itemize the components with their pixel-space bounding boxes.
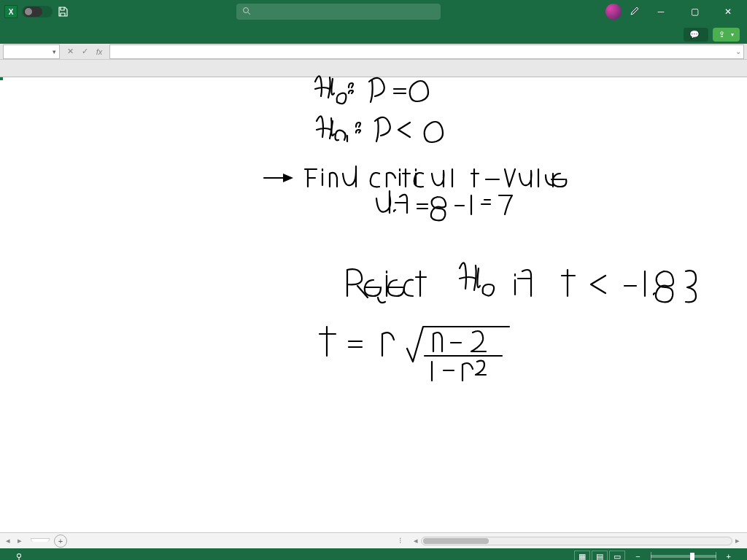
tab-pdfelement[interactable] <box>200 36 214 44</box>
save-icon[interactable] <box>57 6 69 18</box>
avatar-icon <box>605 4 622 20</box>
person-icon: ⚲ <box>16 552 22 561</box>
horizontal-scrollbar[interactable]: ◂ ▸ <box>411 536 743 545</box>
scroll-right-icon[interactable]: ▸ <box>732 536 743 545</box>
tab-draw[interactable] <box>60 36 74 44</box>
fx-icon[interactable]: fx <box>93 47 105 56</box>
add-sheet-button[interactable]: + <box>54 534 67 548</box>
svg-line-1 <box>248 12 250 15</box>
tab-file[interactable] <box>7 36 22 44</box>
name-box[interactable]: ▾ <box>3 44 60 59</box>
autosave-toggle[interactable] <box>22 6 53 18</box>
comment-icon: 💬 <box>689 30 700 39</box>
search-box[interactable] <box>236 4 441 20</box>
split-handle-icon[interactable]: ⁝ <box>399 536 402 545</box>
close-button[interactable]: ✕ <box>715 2 741 21</box>
minimize-button[interactable]: ─ <box>648 2 674 21</box>
zoom-out-button[interactable]: − <box>635 552 640 560</box>
chevron-down-icon[interactable]: ▾ <box>53 48 56 55</box>
tab-data[interactable] <box>112 36 127 44</box>
formula-input[interactable]: ⌄ <box>109 44 744 59</box>
view-normal-icon[interactable]: ▦ <box>574 551 590 560</box>
sheet-tab-bar: ◂ ▸ + ⁝ ◂ ▸ <box>0 532 747 548</box>
sheet-nav-next-icon[interactable]: ▸ <box>15 536 25 545</box>
svg-point-0 <box>244 7 249 12</box>
excel-logo-icon: X <box>4 5 18 18</box>
share-button[interactable]: ⇪ ▾ <box>713 28 740 42</box>
accessibility-status[interactable]: ⚲ <box>16 552 22 561</box>
expand-formula-bar-icon[interactable]: ⌄ <box>733 47 743 55</box>
formula-bar: ▾ ✕ ✓ fx ⌄ <box>0 44 747 60</box>
view-page-break-icon[interactable]: ▭ <box>609 551 625 560</box>
user-account[interactable] <box>601 4 622 20</box>
tab-home[interactable] <box>25 36 39 44</box>
cancel-formula-icon[interactable]: ✕ <box>64 47 76 56</box>
maximize-button[interactable]: ▢ <box>681 2 708 21</box>
view-page-layout-icon[interactable]: ▤ <box>592 551 608 560</box>
scroll-left-icon[interactable]: ◂ <box>411 536 421 545</box>
active-cell-indicator <box>0 77 3 80</box>
comments-button[interactable]: 💬 <box>684 28 708 42</box>
ink-overlay <box>0 60 729 515</box>
share-icon: ⇪ <box>719 30 725 39</box>
status-bar: ⚲ ▦ ▤ ▭ − + <box>0 548 747 560</box>
tab-help[interactable] <box>182 36 197 44</box>
tab-view[interactable] <box>147 36 162 44</box>
tab-page-layout[interactable] <box>77 36 92 44</box>
title-bar: X ─ ▢ ✕ <box>0 0 747 23</box>
tab-formulas[interactable] <box>95 36 109 44</box>
pen-icon[interactable] <box>629 5 640 19</box>
sheet-tab[interactable] <box>31 538 50 542</box>
tab-insert[interactable] <box>42 36 57 44</box>
sheet-nav-prev-icon[interactable]: ◂ <box>3 536 13 545</box>
ribbon-tabs: 💬 ⇪ ▾ <box>0 23 747 44</box>
spreadsheet-grid[interactable] <box>0 60 747 532</box>
accept-formula-icon[interactable]: ✓ <box>79 47 90 56</box>
tab-automate[interactable] <box>165 36 179 44</box>
search-icon <box>242 7 251 18</box>
zoom-in-button[interactable]: + <box>727 552 731 560</box>
zoom-slider[interactable] <box>651 555 716 558</box>
tab-review[interactable] <box>130 36 144 44</box>
chevron-down-icon: ▾ <box>731 31 734 38</box>
